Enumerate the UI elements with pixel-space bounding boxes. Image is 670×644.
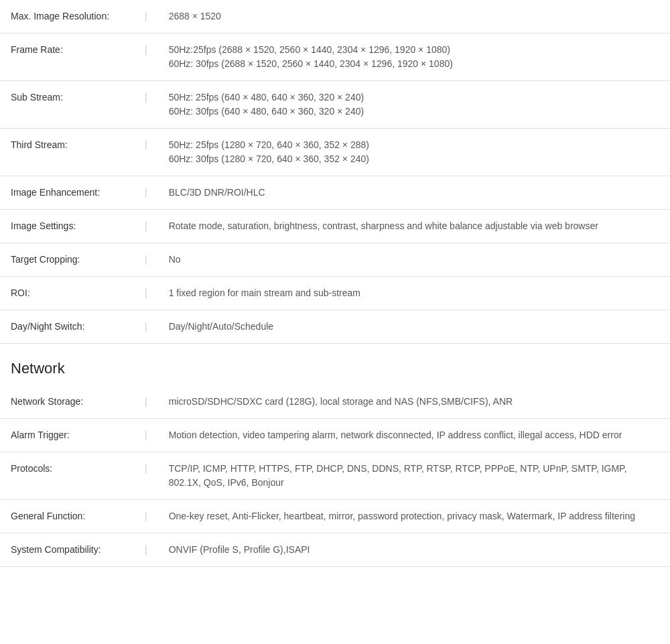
table-row: Alarm Trigger:|Motion detection, video t…	[0, 419, 670, 452]
table-row: General Function:|One-key reset, Anti-Fl…	[0, 500, 670, 533]
divider: |	[134, 129, 158, 176]
spec-value: One-key reset, Anti-Flicker, heartbeat, …	[158, 500, 670, 533]
spec-value: Day/Night/Auto/Schedule	[158, 310, 670, 344]
spec-label: Image Settings:	[0, 210, 134, 243]
section-header-network: Network	[0, 344, 670, 385]
spec-label: Alarm Trigger:	[0, 419, 134, 452]
spec-label: Third Stream:	[0, 129, 134, 176]
spec-label: Target Cropping:	[0, 243, 134, 277]
table-row: Image Enhancement:|BLC/3D DNR/ROI/HLC	[0, 176, 670, 210]
spec-label: Image Enhancement:	[0, 176, 134, 210]
spec-value: 50Hz: 25fps (640 × 480, 640 × 360, 320 ×…	[158, 81, 670, 129]
spec-label: Sub Stream:	[0, 81, 134, 129]
table-row: Third Stream:|50Hz: 25fps (1280 × 720, 6…	[0, 129, 670, 176]
spec-value: BLC/3D DNR/ROI/HLC	[158, 176, 670, 210]
table-row: Image Settings:|Rotate mode, saturation,…	[0, 210, 670, 243]
spec-value: No	[158, 243, 670, 277]
divider: |	[134, 310, 158, 344]
table-row: Target Cropping:|No	[0, 243, 670, 277]
table-row: ROI:|1 fixed region for main stream and …	[0, 277, 670, 310]
table-row: Frame Rate:|50Hz:25fps (2688 × 1520, 256…	[0, 34, 670, 81]
divider: |	[134, 385, 158, 419]
specs-container: Max. Image Resolution:|2688 × 1520Frame …	[0, 0, 670, 567]
spec-label: ROI:	[0, 277, 134, 310]
table-row: Protocols:|TCP/IP, ICMP, HTTP, HTTPS, FT…	[0, 452, 670, 500]
table-row: Day/Night Switch:|Day/Night/Auto/Schedul…	[0, 310, 670, 344]
spec-value: 2688 × 1520	[158, 0, 670, 34]
divider: |	[134, 243, 158, 277]
divider: |	[134, 210, 158, 243]
divider: |	[134, 452, 158, 500]
section-title-network: Network	[11, 360, 659, 377]
specs-table-image: Max. Image Resolution:|2688 × 1520Frame …	[0, 0, 670, 344]
divider: |	[134, 0, 158, 34]
spec-label: Max. Image Resolution:	[0, 0, 134, 34]
table-row: Network Storage:|microSD/SDHC/SDXC card …	[0, 385, 670, 419]
spec-value: TCP/IP, ICMP, HTTP, HTTPS, FTP, DHCP, DN…	[158, 452, 670, 500]
spec-value: 1 fixed region for main stream and sub-s…	[158, 277, 670, 310]
divider: |	[134, 34, 158, 81]
spec-value: ONVIF (Profile S, Profile G),ISAPI	[158, 533, 670, 567]
divider: |	[134, 277, 158, 310]
spec-label: Network Storage:	[0, 385, 134, 419]
divider: |	[134, 176, 158, 210]
spec-label: Frame Rate:	[0, 34, 134, 81]
spec-value: microSD/SDHC/SDXC card (128G), local sto…	[158, 385, 670, 419]
spec-label: General Function:	[0, 500, 134, 533]
spec-value: 50Hz:25fps (2688 × 1520, 2560 × 1440, 23…	[158, 34, 670, 81]
spec-value: Rotate mode, saturation, brightness, con…	[158, 210, 670, 243]
spec-label: System Compatibility:	[0, 533, 134, 567]
spec-label: Protocols:	[0, 452, 134, 500]
table-row: System Compatibility:|ONVIF (Profile S, …	[0, 533, 670, 567]
table-row: Max. Image Resolution:|2688 × 1520	[0, 0, 670, 34]
table-row: Sub Stream:|50Hz: 25fps (640 × 480, 640 …	[0, 81, 670, 129]
spec-value: Motion detection, video tampering alarm,…	[158, 419, 670, 452]
specs-table-network: Network Storage:|microSD/SDHC/SDXC card …	[0, 385, 670, 567]
spec-value: 50Hz: 25fps (1280 × 720, 640 × 360, 352 …	[158, 129, 670, 176]
divider: |	[134, 419, 158, 452]
divider: |	[134, 81, 158, 129]
divider: |	[134, 500, 158, 533]
divider: |	[134, 533, 158, 567]
spec-label: Day/Night Switch:	[0, 310, 134, 344]
